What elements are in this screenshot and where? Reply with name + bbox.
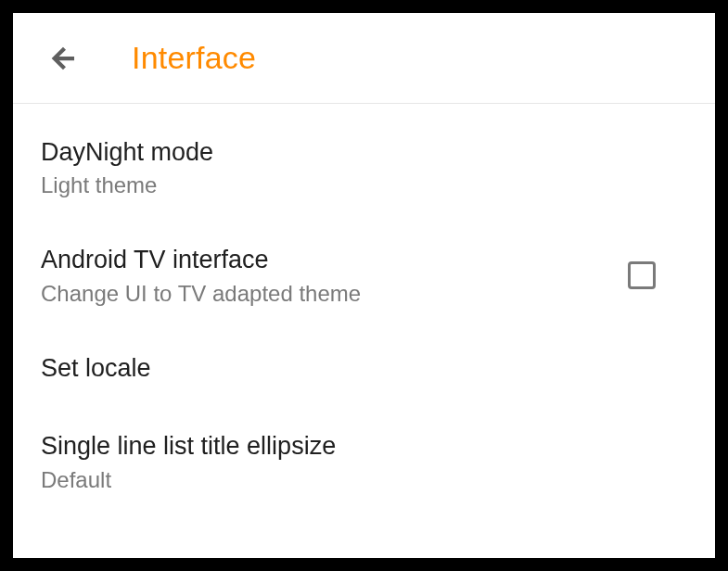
setting-android-tv-interface[interactable]: Android TV interface Change UI to TV ada… xyxy=(13,221,715,328)
settings-list: DayNight mode Light theme Android TV int… xyxy=(13,104,715,515)
setting-text: DayNight mode Light theme xyxy=(41,135,687,198)
settings-screen: Interface DayNight mode Light theme Andr… xyxy=(13,13,715,558)
setting-text: Android TV interface Change UI to TV ada… xyxy=(41,243,628,306)
setting-single-line-ellipsize[interactable]: Single line list title ellipsize Default xyxy=(13,407,715,514)
arrow-back-icon xyxy=(47,43,79,74)
setting-daynight-mode[interactable]: DayNight mode Light theme xyxy=(13,113,715,221)
setting-subtitle: Change UI to TV adapted theme xyxy=(41,281,628,307)
setting-subtitle: Default xyxy=(41,467,687,493)
setting-title: Set locale xyxy=(41,351,687,385)
app-bar: Interface xyxy=(13,13,715,104)
back-button[interactable] xyxy=(41,36,85,81)
setting-set-locale[interactable]: Set locale xyxy=(13,329,715,407)
checkbox-unchecked-icon[interactable] xyxy=(628,261,656,289)
setting-title: DayNight mode xyxy=(41,135,687,169)
setting-text: Single line list title ellipsize Default xyxy=(41,429,687,492)
setting-subtitle: Light theme xyxy=(41,172,687,198)
setting-title: Android TV interface xyxy=(41,243,628,276)
setting-text: Set locale xyxy=(41,351,687,385)
page-title: Interface xyxy=(132,40,256,76)
setting-title: Single line list title ellipsize xyxy=(41,429,687,463)
